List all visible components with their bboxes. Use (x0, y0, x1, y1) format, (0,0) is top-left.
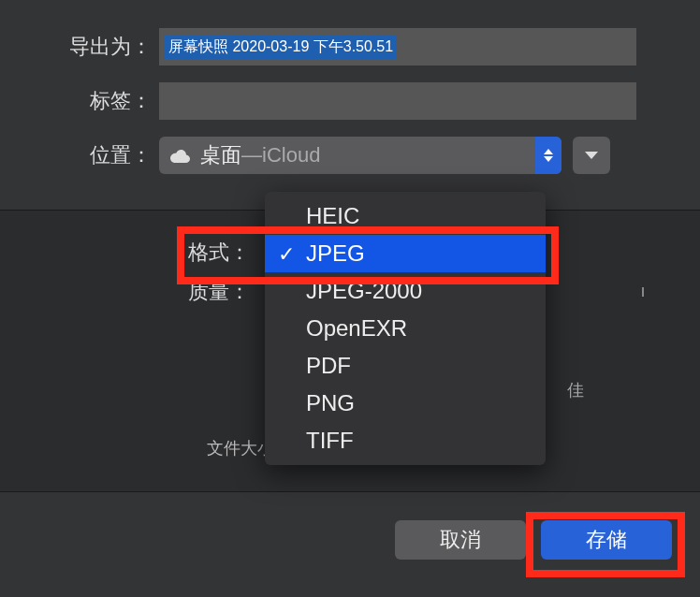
location-sep: — (241, 143, 262, 167)
expand-button[interactable] (573, 137, 610, 174)
filename-value: 屏幕快照 2020-03-19 下午3.50.51 (165, 36, 397, 59)
export-as-label: 导出为： (37, 33, 159, 61)
format-option-pdf[interactable]: PDF (265, 347, 546, 385)
bottom-section: 取消 存储 (0, 491, 700, 588)
top-section: 导出为： 屏幕快照 2020-03-19 下午3.50.51 标签： 位置： 桌… (0, 0, 700, 210)
quality-best-label: 佳 (567, 379, 584, 401)
format-option-openexr[interactable]: OpenEXR (265, 310, 546, 347)
location-stepper-icon (535, 137, 561, 174)
location-name: 桌面 (200, 141, 241, 169)
format-option-tiff[interactable]: TIFF (265, 422, 546, 459)
slider-tick (642, 287, 644, 297)
chevron-down-icon (585, 152, 598, 159)
format-option-jpeg[interactable]: ✓ JPEG (265, 235, 546, 272)
format-label: 格式： (37, 239, 257, 267)
quality-label: 质量： (37, 278, 257, 306)
format-option-jpeg2000[interactable]: JPEG-2000 (265, 272, 546, 310)
filename-input[interactable]: 屏幕快照 2020-03-19 下午3.50.51 (159, 28, 636, 66)
location-label: 位置： (37, 141, 159, 169)
format-dropdown: HEIC ✓ JPEG JPEG-2000 OpenEXR PDF PNG TI… (265, 192, 546, 465)
location-provider: iCloud (262, 143, 320, 167)
format-option-jpeg-label: JPEG (306, 240, 365, 266)
cancel-button[interactable]: 取消 (395, 520, 526, 560)
save-button[interactable]: 存储 (541, 520, 672, 560)
format-option-png[interactable]: PNG (265, 385, 546, 422)
cloud-icon (168, 147, 191, 164)
checkmark-icon: ✓ (278, 242, 295, 267)
tags-input[interactable] (159, 82, 636, 120)
export-as-row: 导出为： 屏幕快照 2020-03-19 下午3.50.51 (37, 28, 663, 66)
location-row: 位置： 桌面 — iCloud (37, 137, 663, 174)
format-option-heic[interactable]: HEIC (265, 197, 546, 235)
location-select[interactable]: 桌面 — iCloud (159, 137, 561, 174)
filesize-label: 文件大小： (37, 437, 295, 459)
tags-row: 标签： (37, 82, 663, 120)
tags-label: 标签： (37, 87, 159, 115)
export-dialog: 导出为： 屏幕快照 2020-03-19 下午3.50.51 标签： 位置： 桌… (0, 0, 700, 597)
